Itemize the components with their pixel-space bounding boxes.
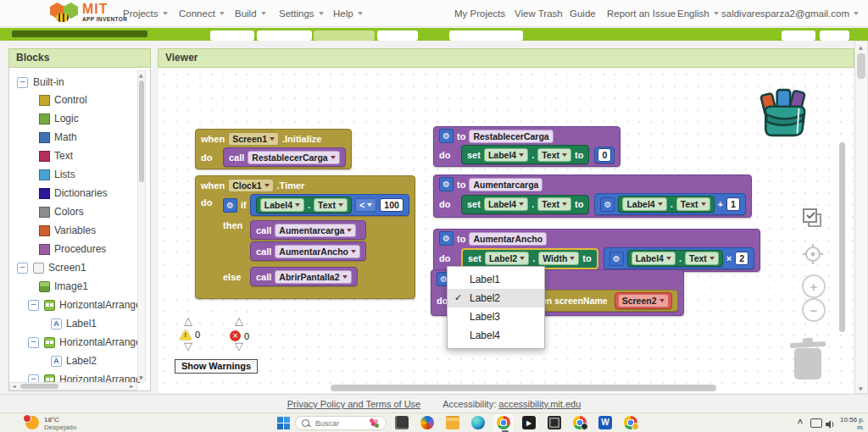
dropdown-option-label2-selected[interactable]: ✓ Label2 (448, 289, 544, 307)
backpack-icon[interactable] (759, 87, 811, 141)
edge-icon[interactable] (471, 416, 485, 429)
task-view-icon[interactable] (395, 416, 409, 429)
block-set-label4-text[interactable]: set Label4 . Text to (461, 145, 589, 164)
chrome-icon-active[interactable] (497, 416, 510, 429)
mutator-gear-icon[interactable]: ⚙ (600, 197, 615, 212)
component-dropdown-open[interactable]: Label2 (485, 252, 529, 265)
network-icon[interactable] (810, 418, 822, 428)
menu-projects[interactable]: Projects (123, 0, 168, 26)
scroll-up-icon[interactable]: ▲ (139, 73, 143, 78)
toolbar-button[interactable] (820, 30, 849, 41)
mutator-gear-icon[interactable]: ⚙ (439, 177, 453, 191)
block-call-aumentarcarga[interactable]: call Aumentarcarga (250, 220, 366, 240)
procedure-dropdown[interactable]: Aumentarcarga (275, 224, 356, 237)
link-view-trash[interactable]: View Trash (515, 0, 563, 26)
block-number-0[interactable]: 0 (594, 147, 615, 163)
tray-chevron-icon[interactable]: ^ (798, 418, 803, 428)
component-dropdown[interactable]: Label4 (632, 252, 676, 265)
tree-builtin[interactable]: − Built-in (17, 74, 64, 91)
mutator-gear-icon[interactable]: ⚙ (439, 231, 453, 246)
start-button[interactable] (277, 417, 290, 429)
privacy-policy-link[interactable]: Privacy Policy and Terms of Use (287, 399, 421, 409)
tree-label1[interactable]: A Label1 (51, 315, 97, 332)
component-dropdown[interactable]: Label4 (260, 198, 304, 212)
block-comparison[interactable]: Label4 . Text < 100 (250, 194, 409, 216)
account-menu[interactable]: saldivaresparza2@gmail.com (721, 0, 859, 26)
zoom-in-button[interactable]: + (802, 274, 826, 298)
toggle-all-blocks-icon[interactable] (802, 208, 822, 231)
component-dropdown[interactable]: Screen1 (228, 132, 279, 146)
component-dropdown[interactable]: Label4 (484, 197, 528, 211)
toolbar-button[interactable] (210, 30, 254, 41)
error-down-stepper-icon[interactable]: ▽ (235, 341, 243, 352)
block-math-plus[interactable]: ⚙ Label4 . Text + 1 (594, 193, 745, 215)
operator-dropdown[interactable]: < (355, 198, 376, 212)
block-number-100[interactable]: 100 (380, 198, 403, 212)
block-get-label4-text[interactable]: Label4 . Text (256, 197, 352, 213)
link-report-issue[interactable]: Report an Issue (607, 0, 676, 26)
weather-icon[interactable] (25, 416, 39, 429)
block-when-screen1-initialize[interactable]: when Screen1 .Initialize do call Restabl… (195, 129, 352, 169)
block-call-restablecercarga[interactable]: call RestablecerCarga (223, 147, 346, 167)
block-screen2[interactable]: Screen2 (615, 292, 672, 309)
show-warnings-button[interactable]: Show Warnings (175, 359, 258, 374)
procedure-dropdown[interactable]: AumentarAncho (275, 245, 360, 258)
hscroll-thumb[interactable] (20, 384, 58, 389)
procedure-dropdown[interactable]: RestablecerCarga (248, 151, 339, 164)
mutator-gear-icon[interactable]: ⚙ (223, 198, 237, 213)
viewer-vscroll-thumb[interactable] (839, 142, 845, 332)
media-player-icon[interactable]: ▶ (522, 416, 536, 429)
component-dropdown[interactable]: Clock1 (228, 179, 273, 192)
screen-dropdown[interactable]: Screen2 (618, 294, 669, 307)
mutator-gear-icon[interactable]: ⚙ (609, 252, 624, 266)
tree-image1[interactable]: Image1 (39, 278, 88, 295)
scroll-down-icon[interactable]: ▼ (859, 386, 863, 391)
weather-widget[interactable]: 18°C Despejado (44, 416, 76, 431)
block-get-label4-text[interactable]: Label4 . Text (627, 250, 723, 267)
menu-connect[interactable]: Connect (179, 0, 225, 26)
speaker-icon[interactable] (825, 418, 835, 432)
palette-item-colors[interactable]: Colors (39, 203, 84, 220)
block-proc-aumentarcarga[interactable]: ⚙ to Aumentarcarga do set Label4 . Text … (433, 174, 752, 218)
palette-item-dictionaries[interactable]: Dictionaries (39, 185, 108, 202)
palette-item-math[interactable]: Math (39, 129, 77, 146)
palette-item-lists[interactable]: Lists (39, 166, 75, 183)
menu-settings[interactable]: Settings (279, 0, 324, 26)
tree-horizontalarrangement-2[interactable]: − HorizontalArrangement (28, 334, 140, 351)
warning-up-stepper-icon[interactable]: △ (184, 316, 192, 326)
tree-horizontalarrangement-1[interactable]: − HorizontalArrangement (28, 296, 140, 313)
palette-item-logic[interactable]: Logic (39, 110, 79, 127)
tree-label2[interactable]: A Label2 (51, 352, 97, 369)
tree-screen1[interactable]: − Screen1 (17, 259, 86, 276)
dropdown-option-label1[interactable]: Label1 (448, 270, 544, 289)
block-call-abrirpantalla2[interactable]: call AbrirPantalla2 (250, 267, 358, 286)
property-dropdown[interactable]: Text (685, 252, 719, 265)
component-dropdown[interactable]: Label4 (484, 148, 528, 162)
dropdown-option-label4[interactable]: Label4 (448, 326, 544, 345)
procedure-name-field[interactable]: AumentarAncho (469, 232, 547, 246)
property-dropdown[interactable]: Text (676, 197, 710, 211)
accessibility-link[interactable]: accessibility.mit.edu (498, 399, 581, 409)
chrome-profile3-icon[interactable] (624, 416, 637, 429)
block-number-1[interactable]: 1 (726, 197, 740, 211)
page-scrollbar[interactable] (854, 41, 868, 394)
procedure-name-field[interactable]: Aumentarcarga (469, 178, 542, 191)
taskbar-search[interactable] (295, 416, 387, 430)
block-get-label4-text[interactable]: Label4 . Text (618, 196, 714, 213)
property-dropdown[interactable]: Width (538, 252, 579, 265)
taskbar-clock[interactable]: 10:56 p. m. 10/02/2025 (836, 416, 865, 432)
block-proc-restablecercarga[interactable]: ⚙ to RestablecerCarga do set Label4 . Te… (433, 126, 620, 167)
block-call-aumentarancho[interactable]: call AumentarAncho (250, 241, 366, 261)
zoom-out-button[interactable]: − (802, 298, 826, 322)
toolbar-button[interactable] (449, 30, 523, 41)
scroll-left-icon[interactable]: ◄ (12, 384, 16, 389)
collapse-icon[interactable]: − (17, 263, 28, 274)
block-math-multiply[interactable]: ⚙ Label4 . Text × 2 (604, 247, 754, 269)
toolbar-button[interactable] (314, 30, 375, 41)
language-selector[interactable]: English (677, 0, 719, 26)
block-set-label4-text[interactable]: set Label4 . Text to (461, 195, 589, 214)
property-dropdown[interactable]: Text (314, 198, 348, 212)
viewer-hscroll-thumb[interactable] (331, 385, 716, 391)
copilot-icon[interactable] (420, 416, 434, 429)
palette-item-procedures[interactable]: Procedures (39, 241, 106, 258)
